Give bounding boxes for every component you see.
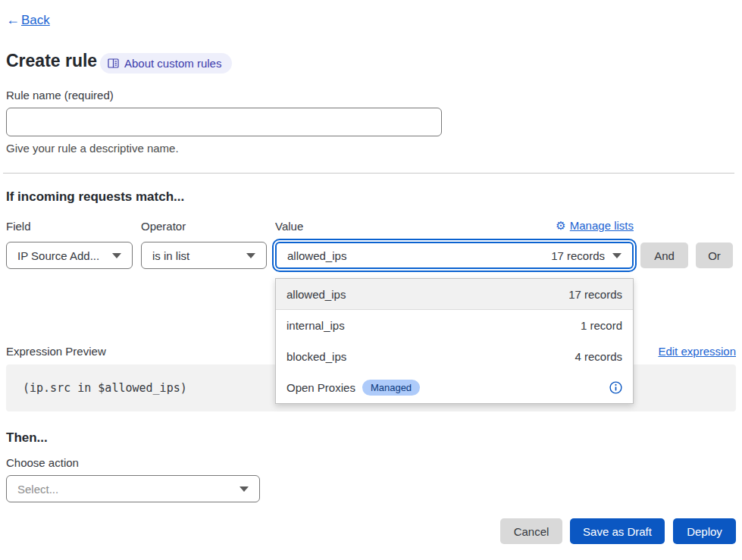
operator-select[interactable]: is in list [141, 242, 267, 269]
manage-lists-label: Manage lists [570, 219, 634, 232]
deploy-button[interactable]: Deploy [673, 518, 736, 544]
section-divider [3, 173, 734, 174]
manage-lists-link[interactable]: ⚙ Manage lists [556, 219, 634, 232]
gear-icon: ⚙ [556, 220, 565, 231]
option-name: allowed_ips [286, 288, 346, 301]
option-name: Open Proxies [286, 381, 355, 394]
field-select-value: IP Source Add... [17, 249, 99, 262]
expression-preview-label: Expression Preview [6, 345, 106, 358]
value-label: Value [275, 220, 303, 233]
option-records: 4 records [575, 350, 622, 363]
operator-select-value: is in list [152, 249, 189, 262]
match-section-heading: If incoming requests match... [6, 189, 184, 205]
managed-badge: Managed [362, 380, 420, 396]
cancel-button[interactable]: Cancel [500, 518, 562, 544]
back-label: Back [21, 13, 50, 28]
chevron-down-icon [246, 253, 255, 258]
option-records: 17 records [568, 288, 622, 301]
chevron-down-icon [112, 253, 121, 258]
chevron-down-icon [612, 253, 621, 258]
dropdown-option-open-proxies[interactable]: Open Proxies Managed [276, 372, 633, 403]
about-badge-label: About custom rules [124, 57, 221, 70]
expression-code: (ip.src in $allowed_ips) [23, 381, 187, 395]
save-as-draft-button[interactable]: Save as Draft [570, 518, 665, 544]
option-records: 1 record [581, 319, 622, 332]
and-button[interactable]: And [640, 242, 688, 268]
value-select-value: allowed_ips [287, 249, 346, 262]
arrow-left-icon: ← [6, 12, 20, 28]
option-name: internal_ips [286, 319, 345, 332]
chevron-down-icon [240, 486, 249, 492]
book-icon [108, 58, 119, 68]
dropdown-option-internal-ips[interactable]: internal_ips 1 record [276, 310, 633, 341]
or-button[interactable]: Or [696, 242, 733, 268]
action-select[interactable]: Select... [6, 475, 260, 502]
page-title: Create rule [6, 51, 97, 71]
action-select-placeholder: Select... [17, 483, 58, 496]
edit-expression-link[interactable]: Edit expression [658, 345, 736, 358]
then-section-heading: Then... [6, 430, 48, 446]
operator-label: Operator [141, 220, 186, 233]
value-select[interactable]: allowed_ips 17 records [275, 242, 634, 269]
dropdown-option-blocked-ips[interactable]: blocked_ips 4 records [276, 341, 633, 372]
option-name: blocked_ips [286, 350, 346, 363]
rule-name-input[interactable] [6, 108, 442, 136]
value-select-records: 17 records [551, 249, 605, 262]
field-select[interactable]: IP Source Add... [6, 242, 133, 269]
rule-name-label: Rule name (required) [6, 89, 114, 102]
about-custom-rules-link[interactable]: About custom rules [100, 53, 232, 74]
choose-action-label: Choose action [6, 456, 79, 469]
rule-name-helper-text: Give your rule a descriptive name. [6, 142, 179, 155]
dropdown-option-allowed-ips[interactable]: allowed_ips 17 records [276, 279, 633, 310]
info-icon[interactable] [609, 381, 622, 394]
back-link[interactable]: ←Back [6, 12, 50, 28]
field-label: Field [6, 220, 31, 233]
value-dropdown-panel: allowed_ips 17 records internal_ips 1 re… [275, 278, 634, 404]
